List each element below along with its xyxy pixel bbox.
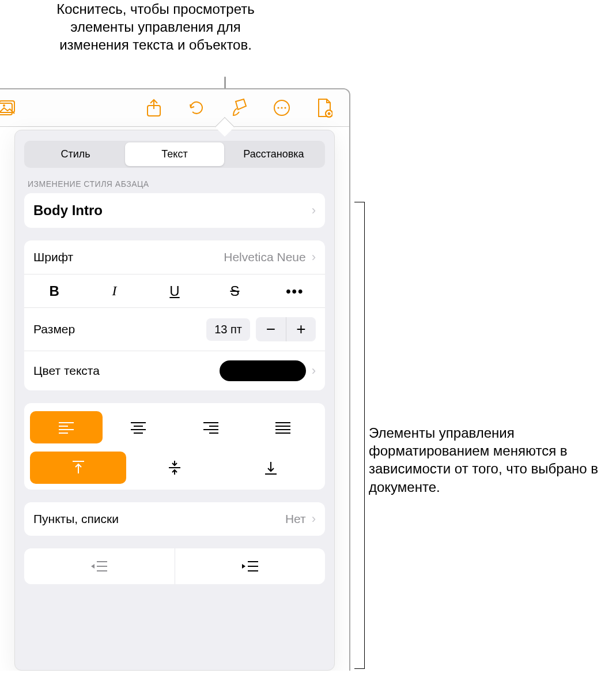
horizontal-align-row: [30, 411, 319, 443]
size-label: Размер: [33, 322, 75, 336]
bullets-label: Пункты, списки: [33, 512, 119, 526]
align-right-button[interactable]: [175, 411, 247, 443]
callout-right-bracket: [354, 202, 365, 669]
font-card: Шрифт Helvetica Neue › B I U S ••• Разме…: [24, 240, 325, 390]
chevron-right-icon: ›: [312, 363, 316, 378]
more-text-options-button[interactable]: •••: [265, 275, 325, 307]
tab-text[interactable]: Текст: [125, 142, 224, 166]
paragraph-style-header: ИЗМЕНЕНИЕ СТИЛЯ АБЗАЦА: [28, 179, 322, 189]
bullets-row[interactable]: Пункты, списки Нет ›: [24, 502, 325, 536]
paragraph-style-row[interactable]: Body Intro ›: [24, 193, 325, 228]
align-left-button[interactable]: [30, 411, 103, 443]
valign-top-button[interactable]: [30, 452, 126, 484]
size-decrease-button[interactable]: −: [256, 317, 286, 341]
share-icon[interactable]: [143, 97, 164, 118]
indent-card: [24, 548, 325, 584]
size-value[interactable]: 13 пт: [206, 318, 250, 341]
outdent-button[interactable]: [24, 548, 175, 584]
bullets-card: Пункты, списки Нет ›: [24, 502, 325, 536]
media-icon[interactable]: [0, 97, 16, 118]
valign-middle-button[interactable]: [126, 452, 222, 484]
valign-bottom-button[interactable]: [223, 452, 319, 484]
format-tabs: Стиль Текст Расстановка: [24, 141, 325, 168]
undo-icon[interactable]: [186, 97, 207, 118]
italic-button[interactable]: I: [84, 275, 144, 307]
callout-right: Элементы управления форматированием меня…: [369, 424, 611, 496]
font-value: Helvetica Neue: [224, 250, 305, 264]
svg-point-10: [328, 112, 331, 115]
tab-arrange[interactable]: Расстановка: [224, 142, 323, 166]
svg-point-2: [3, 104, 5, 107]
strikethrough-button[interactable]: S: [205, 275, 264, 307]
align-justify-button[interactable]: [247, 411, 320, 443]
text-style-row: B I U S •••: [24, 274, 325, 307]
format-brush-icon[interactable]: [229, 97, 250, 118]
text-color-label: Цвет текста: [33, 364, 100, 378]
text-color-row[interactable]: Цвет текста ›: [24, 351, 325, 390]
document-icon[interactable]: [314, 97, 335, 118]
vertical-align-row: [30, 452, 319, 484]
paragraph-style-value: Body Intro: [33, 202, 103, 219]
alignment-card: [24, 403, 325, 490]
paragraph-style-card: Body Intro ›: [24, 193, 325, 228]
chevron-right-icon: ›: [312, 250, 316, 265]
svg-point-6: [281, 107, 282, 108]
font-row[interactable]: Шрифт Helvetica Neue ›: [24, 240, 325, 274]
text-color-swatch[interactable]: [220, 360, 306, 381]
size-row: Размер 13 пт − +: [24, 307, 325, 351]
svg-point-7: [284, 107, 286, 108]
app-window: Стиль Текст Расстановка ИЗМЕНЕНИЕ СТИЛЯ …: [0, 88, 350, 671]
chevron-right-icon: ›: [312, 512, 316, 526]
align-center-button[interactable]: [103, 411, 175, 443]
chevron-right-icon: ›: [312, 203, 316, 218]
tab-style[interactable]: Стиль: [26, 142, 125, 166]
indent-button[interactable]: [175, 548, 326, 584]
format-popover: Стиль Текст Расстановка ИЗМЕНЕНИЕ СТИЛЯ …: [14, 130, 335, 671]
size-increase-button[interactable]: +: [286, 317, 316, 341]
bullets-value: Нет: [285, 512, 306, 526]
size-stepper: − +: [256, 317, 316, 341]
underline-button[interactable]: U: [145, 275, 205, 307]
font-label: Шрифт: [33, 250, 73, 264]
more-circle-icon[interactable]: [271, 97, 292, 118]
toolbar: [0, 89, 349, 127]
callout-top: Коснитесь, чтобы просмотреть элементы уп…: [46, 0, 265, 54]
svg-point-5: [277, 107, 279, 108]
bold-button[interactable]: B: [24, 275, 84, 307]
